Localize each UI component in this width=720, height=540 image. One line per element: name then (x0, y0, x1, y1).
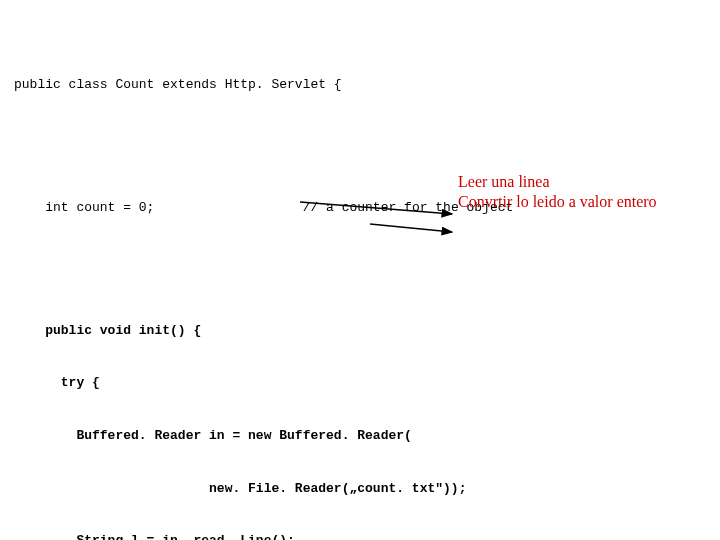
annotation-convert-int: Convrtir lo leido a valor entero (458, 191, 657, 213)
arrow-icon (370, 181, 460, 275)
text: new. File. Reader(„count. txt")); (14, 481, 466, 496)
text: public void init() { (14, 323, 201, 338)
text: Buffered. Reader in = new Buffered. Read… (14, 428, 412, 443)
code-line: public class Count extends Http. Servlet… (14, 76, 720, 94)
code-line: public void init() { (14, 322, 720, 340)
text: String l = in. read. Line(); (14, 533, 295, 540)
code-line: String l = in. read. Line(); (14, 532, 720, 540)
text: try { (14, 375, 100, 390)
code-line: new. File. Reader(„count. txt")); (14, 480, 720, 498)
text: public class Count extends Http. Servlet… (14, 77, 342, 92)
code-line: Buffered. Reader in = new Buffered. Read… (14, 427, 720, 445)
text: int count = 0; (14, 200, 154, 215)
annotation-read-line: Leer una linea (458, 171, 550, 193)
code-line: try { (14, 374, 720, 392)
svg-line-1 (370, 224, 452, 232)
code-slide: public class Count extends Http. Servlet… (0, 0, 720, 540)
